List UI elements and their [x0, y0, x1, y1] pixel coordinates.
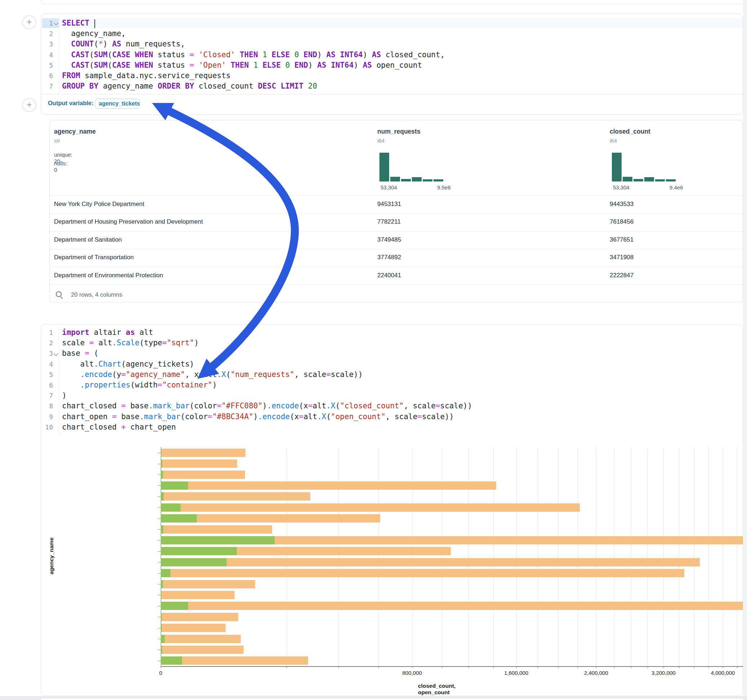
- output-variable-label: Output variable:: [48, 100, 94, 107]
- bar-open-count: [161, 459, 162, 468]
- x-tick-label: 0: [159, 670, 162, 676]
- code-token: [258, 61, 263, 69]
- table-row[interactable]: Department of Environmental Protection22…: [50, 267, 742, 284]
- code-line: GROUP BY agency_name ORDER BY closed_cou…: [62, 81, 445, 92]
- code-token: (y: [112, 370, 121, 379]
- code-line: base = (: [62, 348, 472, 359]
- right-scroll-gutter[interactable]: [743, 0, 747, 700]
- x-tick-label: 4,000,000: [711, 670, 735, 676]
- add-cell-button-between[interactable]: +: [22, 98, 36, 112]
- histogram-bar: [623, 177, 632, 181]
- code-token: chart_closed: [62, 423, 121, 431]
- code-token: (: [336, 401, 340, 410]
- y-tick: [158, 519, 161, 519]
- sql-code-editor[interactable]: SELECT agency_name, COUNT(*) AS num_requ…: [62, 18, 445, 92]
- code-token: AS: [372, 50, 381, 59]
- code-token: FROM: [62, 71, 80, 80]
- gridline: [412, 447, 413, 666]
- cell-num-requests: 9453131: [377, 201, 401, 208]
- sql-fold-chevron-icon[interactable]: [54, 22, 58, 25]
- code-token: (x: [299, 401, 308, 410]
- code-token: agency_name: [98, 82, 157, 91]
- code-token: END: [303, 50, 317, 59]
- line-number: 10: [41, 422, 53, 433]
- code-token: [194, 61, 199, 69]
- python-line-numbers: 12345678910: [41, 327, 53, 433]
- line-number: 7: [41, 390, 53, 401]
- code-token: , scale: [295, 370, 327, 379]
- bar-open-count: [161, 624, 162, 632]
- code-token: *: [98, 39, 103, 48]
- cell-agency-name: Department of Transportation: [54, 254, 134, 261]
- code-token: [267, 50, 272, 59]
- code-token: =: [189, 50, 194, 59]
- table-row[interactable]: Department of Sanitation37494853677651: [50, 231, 742, 249]
- column-type: i64: [610, 137, 617, 144]
- histogram-min-label: 53,304: [381, 184, 397, 190]
- y-tick: [158, 464, 161, 464]
- line-number: 6: [41, 380, 53, 390]
- code-token: "open_count": [331, 412, 386, 421]
- line-number: 4: [41, 359, 53, 370]
- code-token: alt: [62, 360, 94, 368]
- x-tick: [161, 666, 161, 668]
- histogram-max-label: 9.5e6: [437, 184, 451, 190]
- x-tick: [723, 666, 723, 668]
- column-header-num_requests[interactable]: num_requests: [377, 128, 420, 136]
- code-token: (: [226, 370, 231, 379]
- code-line: scale = alt.Scale(type="sqrt"): [62, 338, 472, 348]
- code-token: ): [103, 39, 112, 48]
- code-token: [276, 82, 281, 91]
- code-token: (: [107, 61, 112, 69]
- gridline: [286, 447, 287, 666]
- cell-closed-count: 9443533: [610, 201, 634, 208]
- table-row[interactable]: New York City Police Department945313194…: [50, 196, 742, 213]
- bar-open-count: [161, 492, 163, 501]
- table-row[interactable]: Department of Housing Preservation and D…: [50, 213, 742, 231]
- code-token: INT64: [331, 61, 354, 69]
- x-tick: [286, 666, 287, 668]
- code-token: CASE WHEN: [112, 50, 153, 59]
- code-token: ): [363, 50, 372, 59]
- bar-closed-count: [161, 503, 580, 512]
- table-row[interactable]: Department of Transportation377489234719…: [50, 249, 742, 267]
- code-token: =: [435, 401, 440, 410]
- column-header-closed_count[interactable]: closed_count: [610, 128, 650, 136]
- gridline: [378, 447, 379, 666]
- line-number: 3: [41, 348, 53, 359]
- x-tick: [558, 666, 558, 668]
- code-token: [226, 61, 231, 69]
- line-number: 9: [41, 412, 53, 422]
- bar-open-count: [161, 547, 237, 555]
- x-tick: [493, 666, 494, 668]
- code-token: (: [107, 50, 112, 59]
- bar-closed-count: [161, 613, 238, 621]
- y-tick: [158, 650, 161, 650]
- code-token: 0: [286, 61, 290, 69]
- row-separator: [50, 284, 742, 285]
- x-tick-label: 2,400,000: [584, 670, 608, 676]
- output-variable-input[interactable]: agency_tickets: [95, 99, 140, 109]
- column-header-agency_name[interactable]: agency_name: [54, 128, 96, 136]
- y-tick: [158, 639, 161, 639]
- python-fold-chevron-icon[interactable]: [54, 352, 58, 356]
- code-token: closed_count,: [381, 50, 445, 59]
- histogram-bar: [390, 177, 400, 181]
- cell-closed-count: 7618456: [610, 218, 634, 225]
- code-token: 'Closed': [198, 50, 235, 59]
- x-tick: [338, 666, 339, 668]
- code-token: =: [158, 381, 163, 389]
- code-token: AS: [363, 61, 372, 69]
- code-token: .mark_bar: [139, 412, 180, 421]
- python-code-editor[interactable]: import altair as altscale = alt.Scale(ty…: [62, 327, 472, 433]
- bar-closed-count: [161, 569, 684, 577]
- y-tick: [158, 551, 161, 552]
- code-token: .encode: [258, 412, 290, 421]
- gridline: [631, 447, 631, 666]
- code-token: =: [121, 370, 126, 379]
- code-token: =: [189, 61, 194, 69]
- search-icon[interactable]: [56, 291, 62, 297]
- x-tick-label: 800,000: [402, 670, 422, 676]
- code-token: 'Open': [198, 61, 226, 69]
- add-cell-button-top[interactable]: +: [22, 15, 36, 29]
